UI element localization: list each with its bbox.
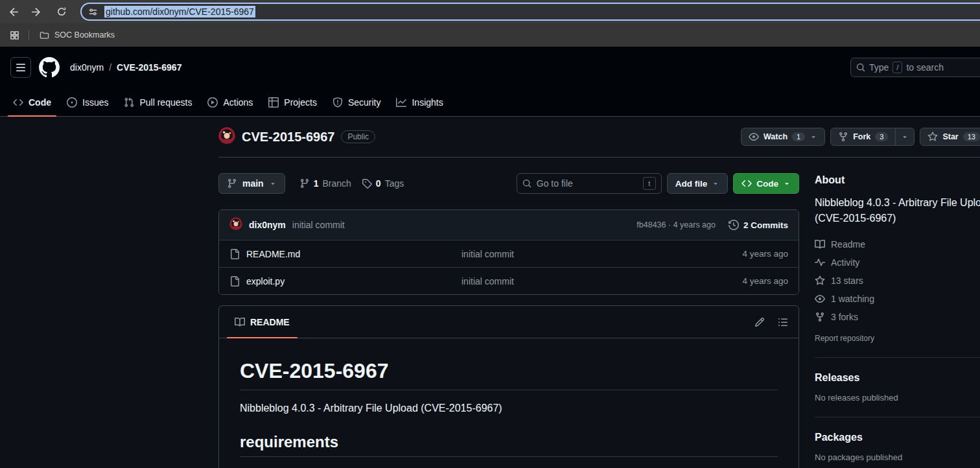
github-logo[interactable] [39, 57, 60, 78]
sidebar-item-readme[interactable]: Readme [815, 235, 980, 253]
browser-chrome: github.com/dix0nym/CVE-2015-6967 SOC Boo… [0, 0, 980, 47]
octocat-icon [39, 57, 60, 78]
forward-button[interactable] [26, 2, 45, 21]
fork-button-group: Fork 3 [830, 128, 915, 146]
branches-count: 1 [314, 178, 319, 189]
sidebar-item-watching[interactable]: 1 watching [815, 290, 980, 308]
readme-panel: README CVE-2015-6967 [218, 305, 799, 468]
back-button[interactable] [4, 2, 23, 21]
url-text-selected[interactable]: github.com/dix0nym/CVE-2015-6967 [104, 6, 255, 18]
tab-insights[interactable]: Insights [391, 88, 448, 116]
releases-empty-text: No releases published [815, 393, 980, 403]
file-navigation: main 1 Branch 0 Tags G [218, 173, 799, 194]
file-name[interactable]: README.md [246, 249, 300, 259]
tab-actions[interactable]: Actions [202, 88, 258, 116]
releases-title[interactable]: Releases [815, 372, 980, 384]
tab-label: Insights [412, 97, 443, 108]
address-bar[interactable]: github.com/dix0nym/CVE-2015-6967 [80, 3, 980, 21]
file-name[interactable]: exploit.py [246, 276, 285, 287]
global-search-input[interactable]: Type / to search [850, 58, 980, 77]
sidebar-item-stars[interactable]: 13 stars [815, 272, 980, 290]
hamburger-icon [16, 62, 26, 73]
site-controls-icon [88, 7, 98, 17]
code-icon [13, 97, 23, 108]
goto-file-key-hint: t [643, 177, 656, 190]
global-menu-button[interactable] [10, 57, 31, 78]
bookmarks-bar: SOC Bookmarks [0, 23, 980, 47]
commit-message[interactable]: initial commit [292, 220, 345, 230]
edit-readme-button[interactable] [749, 312, 770, 333]
sidebar-item-label: 13 stars [831, 275, 863, 286]
star-button[interactable]: Star 13 [920, 128, 980, 146]
bookmark-folder-soc[interactable]: SOC Bookmarks [36, 28, 119, 43]
file-commit-time: 4 years ago [704, 249, 788, 259]
tab-readme[interactable]: README [224, 306, 300, 338]
tab-label: Security [348, 97, 381, 108]
tags-label: Tags [385, 178, 404, 189]
repo-actions: Watch 1 Fork 3 [741, 128, 980, 146]
tags-count: 0 [376, 178, 381, 189]
tab-security[interactable]: Security [327, 88, 386, 116]
repo-title[interactable]: CVE-2015-6967 [242, 130, 334, 145]
readme-header: README [219, 306, 799, 338]
fork-button[interactable]: Fork 3 [830, 128, 896, 146]
search-placeholder-prefix: Type [869, 62, 889, 73]
list-unordered-icon [778, 317, 788, 327]
chevron-down-icon [810, 133, 817, 141]
breadcrumb-repo[interactable]: CVE-2015-6967 [117, 62, 181, 73]
reload-button[interactable] [52, 2, 71, 21]
sidebar-item-label: 1 watching [831, 294, 874, 304]
branch-selector[interactable]: main [218, 173, 285, 194]
commit-author[interactable]: dix0nym [249, 220, 286, 230]
apps-grid-button[interactable] [6, 27, 22, 43]
issue-opened-icon [67, 97, 77, 108]
packages-title: Packages [815, 432, 980, 443]
commit-sha-time[interactable]: fb48436 · 4 years ago [636, 220, 716, 229]
breadcrumb-separator: / [109, 62, 111, 73]
back-arrow-icon [8, 6, 19, 18]
star-count: 13 [963, 132, 980, 141]
tab-projects[interactable]: Projects [263, 88, 322, 116]
folder-icon [40, 30, 49, 40]
reload-icon [56, 6, 67, 17]
avatar-image [229, 217, 242, 230]
bookmarks-separator [29, 30, 29, 40]
repo-nav: Code Issues Pull requests Actions Projec… [0, 88, 980, 117]
add-file-button[interactable]: Add file [667, 173, 729, 194]
sidebar-item-label: 3 forks [831, 312, 858, 322]
tag-icon [362, 178, 372, 189]
tab-label: Projects [284, 97, 317, 108]
search-icon [522, 179, 531, 188]
goto-file-input[interactable]: Go to file t [517, 173, 662, 194]
table-row-exploit[interactable]: exploit.py initial commit 4 years ago [219, 267, 799, 294]
shield-icon [332, 97, 343, 108]
fork-dropdown-button[interactable] [896, 128, 915, 146]
breadcrumb-owner[interactable]: dix0nym [70, 62, 104, 73]
tags-link[interactable]: 0 Tags [362, 178, 404, 189]
commit-author-avatar[interactable] [229, 217, 242, 233]
branches-link[interactable]: 1 Branch [299, 178, 351, 189]
repo-header: CVE-2015-6967 Public Watch 1 Fork 3 [218, 117, 980, 146]
add-file-label: Add file [675, 179, 708, 189]
file-commit-message[interactable]: initial commit [461, 276, 704, 287]
report-repository-link[interactable]: Report repository [815, 334, 980, 343]
sidebar-item-forks[interactable]: 3 forks [815, 308, 980, 326]
repo-owner-avatar[interactable] [218, 127, 235, 146]
bookmark-folder-label: SOC Bookmarks [54, 30, 115, 40]
tab-code[interactable]: Code [8, 88, 56, 116]
tab-pull-requests[interactable]: Pull requests [119, 88, 197, 116]
tab-label: Pull requests [139, 97, 192, 108]
table-row-readme[interactable]: README.md initial commit 4 years ago [219, 240, 799, 267]
watch-button[interactable]: Watch 1 [741, 128, 825, 146]
code-button[interactable]: Code [733, 173, 799, 194]
tab-issues[interactable]: Issues [62, 88, 113, 116]
sidebar-item-activity[interactable]: Activity [815, 253, 980, 272]
readme-paragraph: Nibbleblog 4.0.3 - Arbitrary File Upload… [240, 401, 778, 416]
sidebar-item-label: Activity [831, 257, 859, 268]
commits-history-link[interactable]: 2 Commits [729, 220, 788, 230]
github-page: dix0nym / CVE-2015-6967 Type / to search… [0, 47, 980, 468]
tab-label: Actions [223, 97, 253, 108]
file-commit-message[interactable]: initial commit [461, 249, 704, 259]
outline-button[interactable] [773, 312, 793, 333]
readme-tab-label: README [250, 317, 290, 327]
